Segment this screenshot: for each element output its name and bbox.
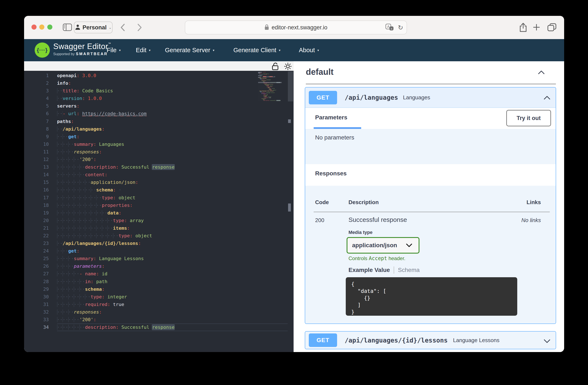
translate-icon[interactable]: Ax: [385, 21, 394, 34]
code-line-33: ········'200':: [57, 316, 288, 323]
example-json-line: "data": [: [351, 288, 512, 295]
tab-parameters[interactable]: Parameters: [315, 114, 347, 121]
line-number-29: 29: [24, 285, 49, 293]
caret-down-icon: ▾: [279, 48, 280, 52]
code-line-18: ················properties:: [57, 202, 288, 209]
line-number-7: 7: [24, 118, 49, 125]
editor-toolbar: [24, 61, 294, 71]
chevron-up-icon[interactable]: [538, 70, 545, 76]
example-json-line: {}: [351, 295, 512, 301]
code-content[interactable]: openapi: 3.0.0info:··title: Code Basics·…: [57, 72, 288, 331]
brightness-icon[interactable]: [284, 62, 292, 71]
line-number-25: 25: [24, 255, 49, 262]
line-number-6: 6: [24, 110, 49, 117]
code-line-11: ······responses:: [57, 148, 288, 156]
line-number-23: 23: [24, 240, 49, 247]
profile-button[interactable]: Personal ⌄: [74, 21, 113, 33]
method-badge: GET: [309, 91, 337, 104]
code-line-3: ··title: Code Basics: [57, 87, 288, 95]
chevron-down-icon[interactable]: [543, 339, 551, 344]
code-line-20: ····················type: array: [57, 217, 288, 224]
opblock-get-language-lessons: GET /api/languages/{id}/lessons Language…: [305, 331, 556, 349]
op-summary: Language Lessons: [453, 337, 500, 343]
line-number-32: 32: [24, 308, 49, 316]
menu-label: File: [107, 47, 117, 54]
code-line-28: ··········in: path: [57, 278, 288, 285]
line-number-5: 5: [24, 102, 49, 110]
code-line-17: ················type: object: [57, 194, 288, 202]
code-line-8: ··/api/languages:: [57, 125, 288, 133]
opblock-header[interactable]: GET /api/languages/{id}/lessons Language…: [305, 332, 556, 349]
menu-label: Generate Client: [233, 47, 276, 54]
media-type-select[interactable]: application/json: [347, 237, 420, 254]
share-icon[interactable]: [519, 22, 527, 33]
col-header-links: Links: [526, 199, 541, 206]
example-json-block[interactable]: { "data": [ {} ]}: [346, 277, 517, 316]
svg-text:x: x: [391, 27, 392, 30]
caret-down-icon: ▾: [213, 48, 214, 52]
new-tab-icon[interactable]: [533, 24, 540, 32]
overview-ruler-mark: [288, 119, 291, 123]
menu-about[interactable]: About▾: [299, 39, 319, 61]
col-header-description: Description: [349, 199, 379, 206]
menu-file[interactable]: File▾: [107, 39, 121, 61]
line-number-10: 10: [24, 141, 49, 148]
editor-scrollbar[interactable]: [288, 71, 293, 101]
accept-header-hint: Controls Accept header.: [349, 256, 405, 261]
menu-generate-server[interactable]: Generate Server▾: [165, 39, 214, 61]
code-line-9: ····get:: [57, 133, 288, 141]
code-line-2: info:: [57, 80, 288, 87]
pane-divider[interactable]: [294, 61, 298, 352]
parameters-band: Parameters Try it out: [305, 108, 556, 129]
code-line-23: ··/api/languages/{id}/lessons:: [57, 240, 288, 247]
menu-generate-client[interactable]: Generate Client▾: [233, 39, 280, 61]
person-icon: [75, 24, 81, 31]
line-number-14: 14: [24, 171, 49, 179]
minimize-icon[interactable]: [39, 24, 44, 30]
browser-window: Personal ⌄ editor-next.swagger.io Ax ↻: [24, 16, 564, 352]
response-code: 200: [315, 217, 324, 224]
tabs-icon[interactable]: [547, 23, 556, 33]
code-line-30: ············type: integer: [57, 293, 288, 301]
tag-title[interactable]: default: [306, 67, 334, 77]
line-number-12: 12: [24, 156, 49, 163]
reload-icon[interactable]: ↻: [398, 21, 403, 34]
try-it-out-button[interactable]: Try it out: [506, 110, 551, 126]
tab-schema[interactable]: Schema: [398, 267, 420, 274]
line-number-3: 3: [24, 87, 49, 95]
code-line-31: ··········required: true: [57, 301, 288, 308]
close-icon[interactable]: [31, 24, 37, 30]
line-number-34: 34: [24, 323, 49, 331]
media-type-value: application/json: [352, 242, 397, 249]
tab-example-value[interactable]: Example Value: [349, 267, 390, 274]
minimap[interactable]: openapi: 3.0.0info:··title: Code Basics·…: [258, 72, 288, 101]
line-number-9: 9: [24, 133, 49, 141]
caret-down-icon: ▾: [317, 48, 319, 52]
responses-band: Responses: [305, 164, 556, 186]
unlock-icon[interactable]: [272, 62, 280, 71]
code-line-6: ··- url: https://code-basics.com: [57, 110, 288, 117]
forward-icon[interactable]: [137, 23, 142, 32]
code-line-34: ··········description: Successful respon…: [57, 323, 288, 331]
menu-edit[interactable]: Edit▾: [136, 39, 151, 61]
no-parameters-section: No parameters: [305, 129, 556, 164]
line-number-4: 4: [24, 95, 49, 102]
responses-title: Responses: [315, 170, 347, 177]
example-schema-tabs: Example Value Schema: [349, 266, 420, 274]
url-text: editor-next.swagger.io: [272, 24, 327, 31]
op-path: /api/languages: [345, 94, 398, 101]
code-editor[interactable]: 1234567891011121314151617181920212223242…: [24, 71, 294, 352]
code-line-14: ··········content:: [57, 171, 288, 179]
url-bar[interactable]: editor-next.swagger.io Ax ↻: [185, 21, 407, 34]
chevron-up-icon[interactable]: [543, 96, 551, 101]
opblock-header[interactable]: GET /api/languages Languages: [305, 87, 556, 108]
op-path: /api/languages/{id}/lessons: [345, 337, 448, 344]
code-line-16: ··············schema: ·: [57, 186, 288, 194]
back-icon[interactable]: [120, 23, 125, 32]
code-line-34: ··········description: Successful respon…: [258, 100, 288, 101]
profile-label: Personal: [83, 24, 107, 31]
code-line-24: ····get:: [57, 247, 288, 255]
sidebar-icon[interactable]: [63, 23, 72, 32]
line-number-2: 2: [24, 80, 49, 87]
zoom-icon[interactable]: [47, 24, 52, 30]
